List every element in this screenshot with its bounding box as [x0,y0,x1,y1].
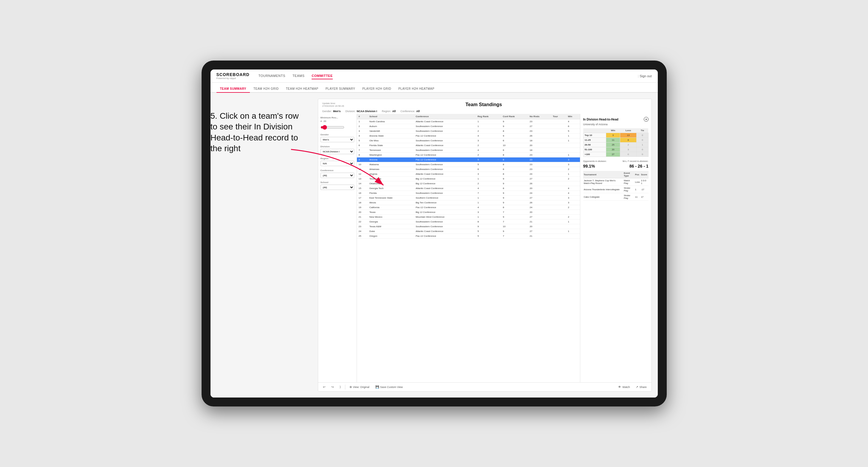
view-icon: ⊕ [349,385,352,388]
undo-button[interactable]: ↩ [321,385,327,389]
conference-select[interactable]: (All) Atlantic Coast Conference [320,173,354,178]
cell-school: Florida State [368,143,414,148]
col-win: Win [566,114,580,119]
cell-rank: 5 [357,138,368,143]
sign-out-button[interactable]: Sign out [638,74,652,78]
subnav-team-h2h-heatmap[interactable]: TEAM H2H HEATMAP [282,85,322,92]
cell-reg-rank: 5 [476,234,501,239]
table-row[interactable]: 7 Tennessee Southeastern Conference 4 6 … [357,148,580,153]
cell-win [566,148,580,153]
share-button[interactable]: ↗ Share [634,385,648,389]
table-row[interactable]: 8 Washington Pac-12 Conference 2 8 23 1 [357,153,580,157]
division-select[interactable]: NCAA Division I NCAA Division II [320,149,354,154]
subnav-player-h2h-heatmap[interactable]: PLAYER H2H HEATMAP [395,85,438,92]
watch-button[interactable]: 👁 Watch [616,385,631,389]
cell-conf-rank: 9 [501,181,528,186]
table-row[interactable]: 20 Texas Big 12 Conference 3 7 20 [357,210,580,215]
cell-school: Vanderbilt [368,129,414,134]
h2h-loss-cell: 0 [620,152,637,157]
cell-conf-rank: 8 [501,205,528,210]
subnav-player-h2h-grid[interactable]: PLAYER H2H GRID [359,85,395,92]
table-row[interactable]: 9 Arizona Pac-12 Conference 5 8 23 3 [357,157,580,162]
view-original-button[interactable]: ⊕ View: Original [348,385,371,389]
cell-no-rnds: 21 [528,219,551,224]
update-time: Update time: 27/03/2024 16:56:26 [322,102,344,107]
cell-conference: Mountain West Conference [414,215,476,219]
cell-conference: Southeastern Conference [414,148,476,153]
subnav-player-summary[interactable]: PLAYER SUMMARY [322,85,359,92]
h2h-tie-cell: 0 [637,152,648,157]
table-row[interactable]: 23 Texas A&M Southeastern Conference 9 1… [357,224,580,229]
nav-committee[interactable]: COMMITTEE [312,73,333,79]
logo-area: SCOREBOARD Powered by clippd [216,72,250,80]
cell-rank: 24 [357,229,368,234]
table-row[interactable]: 24 Duke Atlantic Coast Conference 5 9 27… [357,229,580,234]
table-row[interactable]: 3 Vanderbilt Southeastern Conference 2 8… [357,129,580,134]
table-row[interactable]: 6 Florida State Atlantic Coast Conferenc… [357,143,580,148]
filter-group-region: Region N/A South [320,157,354,166]
table-row[interactable]: 18 Illinois Big Ten Conference 1 9 26 3 [357,200,580,205]
nav-tournaments[interactable]: TOURNAMENTS [258,73,285,79]
cell-tour [551,219,566,224]
tablet-device: SCOREBOARD Powered by clippd TOURNAMENTS… [202,61,667,406]
cell-win: 1 [566,219,580,224]
table-row[interactable]: 22 Georgia Southeastern Conference 8 7 2… [357,219,580,224]
cell-school: Duke [368,229,414,234]
h2h-tie-cell: 0 [637,147,648,152]
save-custom-view-button[interactable]: 💾 Save Custom View [374,385,405,389]
subnav-team-h2h-grid[interactable]: TEAM H2H GRID [250,85,282,92]
redo-button[interactable]: ↪ [330,385,336,389]
cell-tour [551,153,566,157]
h2h-range-label: Top 10 [583,133,606,138]
table-row[interactable]: 2 Auburn Southeastern Conference 1 9 27 … [357,124,580,129]
h2h-loss-cell: 2 [620,143,637,147]
table-row[interactable]: 14 Oklahoma Big 12 Conference 2 9 26 [357,181,580,186]
table-row[interactable]: 15 Georgia Tech Atlantic Coast Conferenc… [357,186,580,191]
cell-reg-rank: 4 [476,134,501,138]
table-row[interactable]: 16 Florida Southeastern Conference 7 9 2… [357,191,580,196]
cell-no-rnds: 20 [528,210,551,215]
cell-win: 3 [566,196,580,200]
gender-select[interactable]: Men's Women's [320,137,354,142]
cell-rank: 25 [357,234,368,239]
cell-reg-rank: 2 [476,143,501,148]
school-select[interactable]: (All) [320,185,354,190]
table-row[interactable]: 1 North Carolina Atlantic Coast Conferen… [357,119,580,124]
cell-school: Alabama [368,162,414,167]
cell-tour [551,181,566,186]
table-row[interactable]: 5 Ole Miss Southeastern Conference 3 6 1… [357,138,580,143]
opponents-label: Opponents in division: [583,160,607,162]
table-row[interactable]: 19 California Pac-12 Conference 4 8 24 2 [357,205,580,210]
cell-school: Oregon [368,234,414,239]
table-row[interactable]: 17 East Tennessee State Southern Confere… [357,196,580,200]
cell-win: 3 [566,162,580,167]
conference-filter-label: Conference [320,169,354,172]
h2h-close-button[interactable]: ✕ [644,117,649,122]
col-pos: Pos [634,171,641,178]
cell-reg-rank: 2 [476,153,501,157]
tournament-event-type: Stroke Play [623,193,634,201]
cell-school: Arizona State [368,134,414,138]
table-row[interactable]: 13 Texas Tech Big 12 Conference 1 9 27 2 [357,177,580,181]
watch-icon: 👁 [618,385,621,388]
table-row[interactable]: 21 New Mexico Mountain West Conference 1… [357,215,580,219]
forward-button[interactable]: ⟩ [338,385,343,389]
cell-conference: Southeastern Conference [414,129,476,134]
table-row[interactable]: 4 Arizona State Pac-12 Conference 4 9 26… [357,134,580,138]
nav-teams[interactable]: TEAMS [292,73,305,79]
cell-conf-rank: 9 [501,200,528,205]
cell-conference: Pac-12 Conference [414,134,476,138]
col-conference: Conference [414,114,476,119]
region-select[interactable]: N/A South [320,161,354,166]
table-row[interactable]: 11 Arkansas Southeastern Conference 6 8 … [357,167,580,172]
watch-label: Watch [622,385,630,388]
h2h-tie-cell: 0 [637,138,648,143]
filter-min-rounds: Minimum Rou... 4 20 [320,116,354,130]
min-rounds-slider[interactable] [320,125,344,130]
tournament-score: 17 [641,193,649,201]
cell-conference: Southeastern Conference [414,191,476,196]
subnav-team-summary[interactable]: TEAM SUMMARY [216,85,250,93]
table-row[interactable]: 25 Oregon Pac-12 Conference 5 7 21 [357,234,580,239]
table-row[interactable]: 10 Alabama Southeastern Conference 5 8 2… [357,162,580,167]
table-row[interactable]: 12 Virginia Atlantic Coast Conference 3 … [357,172,580,177]
